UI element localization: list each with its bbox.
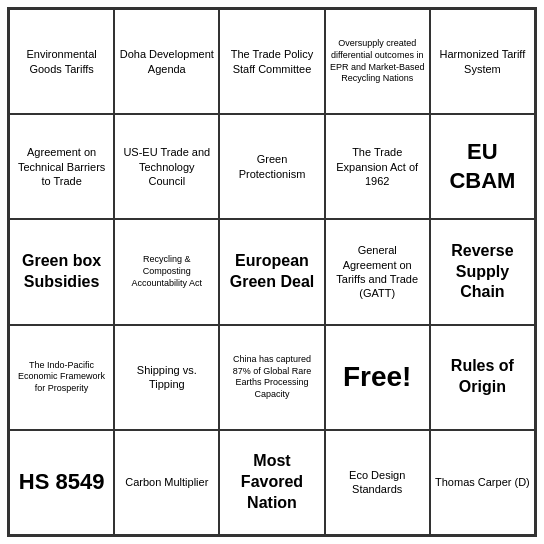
cell-r2c3: General Agreement on Tariffs and Trade (… — [325, 219, 430, 324]
cell-r2c1: Recycling & Composting Accountability Ac… — [114, 219, 219, 324]
cell-r4c4: Thomas Carper (D) — [430, 430, 535, 535]
cell-r0c2: The Trade Policy Staff Committee — [219, 9, 324, 114]
cell-r2c0: Green box Subsidies — [9, 219, 114, 324]
cell-r0c3: Oversupply created differential outcomes… — [325, 9, 430, 114]
cell-r3c1: Shipping vs. Tipping — [114, 325, 219, 430]
cell-r3c0: The Indo-Pacific Economic Framework for … — [9, 325, 114, 430]
bingo-card: Environmental Goods TariffsDoha Developm… — [7, 7, 537, 537]
cell-r1c1: US-EU Trade and Technology Council — [114, 114, 219, 219]
cell-r4c2: Most Favored Nation — [219, 430, 324, 535]
cell-r2c4: Reverse Supply Chain — [430, 219, 535, 324]
cell-r1c3: The Trade Expansion Act of 1962 — [325, 114, 430, 219]
cell-r4c3: Eco Design Standards — [325, 430, 430, 535]
cell-r4c1: Carbon Multiplier — [114, 430, 219, 535]
cell-r0c4: Harmonized Tariff System — [430, 9, 535, 114]
cell-r1c2: Green Protectionism — [219, 114, 324, 219]
cell-r1c0: Agreement on Technical Barriers to Trade — [9, 114, 114, 219]
cell-r0c0: Environmental Goods Tariffs — [9, 9, 114, 114]
cell-r0c1: Doha Development Agenda — [114, 9, 219, 114]
cell-r3c3: Free! — [325, 325, 430, 430]
cell-r4c0: HS 8549 — [9, 430, 114, 535]
cell-r3c2: China has captured 87% of Global Rare Ea… — [219, 325, 324, 430]
cell-r1c4: EU CBAM — [430, 114, 535, 219]
cell-r3c4: Rules of Origin — [430, 325, 535, 430]
cell-r2c2: European Green Deal — [219, 219, 324, 324]
